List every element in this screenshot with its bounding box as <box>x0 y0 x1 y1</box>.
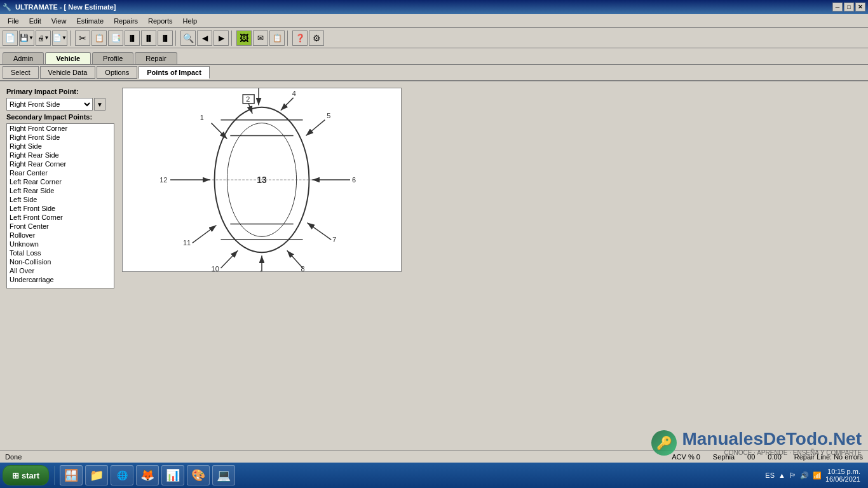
tb-save[interactable]: 🖨▼ <box>36 30 51 46</box>
primary-impact-select[interactable]: Right Front Side Right Front Corner Righ… <box>6 98 93 111</box>
svg-text:9: 9 <box>259 269 263 271</box>
statusbar: Done ACV % 0 Sephia 00 0.00 Repair Line:… <box>0 450 868 463</box>
tb-copy[interactable]: 📋 <box>92 30 107 46</box>
tb-open[interactable]: 💾▼ <box>19 30 34 46</box>
list-item[interactable]: Non-Collision <box>7 257 114 266</box>
subtab-vehicle-data[interactable]: Vehicle Data <box>40 66 96 79</box>
menu-estimate[interactable]: Estimate <box>71 16 109 26</box>
toolbar-separator-2 <box>175 30 178 46</box>
menu-repairs[interactable]: Repairs <box>109 16 143 26</box>
primary-impact-arrow[interactable]: ▼ <box>94 98 105 111</box>
car-diagram-svg[interactable]: 13 1 2 3 4 <box>123 88 401 271</box>
sub-tabs: Select Vehicle Data Options Points of Im… <box>0 65 868 81</box>
primary-impact-label: Primary Impact Point: <box>6 88 114 95</box>
tb-print[interactable]: 📄▼ <box>52 30 67 46</box>
list-item[interactable]: Rear Center <box>7 168 114 177</box>
list-item[interactable]: Undercarriage <box>7 275 114 284</box>
list-item[interactable]: Left Rear Side <box>7 186 114 195</box>
menu-file[interactable]: File <box>3 16 24 26</box>
tb-clip[interactable]: 📋 <box>269 30 285 46</box>
list-item[interactable]: Right Front Corner <box>7 124 114 133</box>
tb-help[interactable]: ❓ <box>292 30 308 46</box>
tb-cut[interactable]: ✂ <box>75 30 90 46</box>
subtab-points-of-impact[interactable]: Points of Impact <box>139 66 210 79</box>
car-diagram-panel[interactable]: 13 1 2 3 4 <box>122 88 402 272</box>
list-item[interactable]: Rollover <box>7 231 114 240</box>
list-item[interactable]: All Over <box>7 266 114 275</box>
status-sephia: Sephia <box>713 453 735 461</box>
tray-flag: 🏳 <box>789 471 796 479</box>
subtab-options[interactable]: Options <box>97 66 137 79</box>
tb-settings[interactable]: ⚙ <box>309 30 324 46</box>
tb-right[interactable]: ▶ <box>214 30 229 46</box>
maximize-button[interactable]: □ <box>844 3 854 11</box>
list-item[interactable]: Right Front Side <box>7 133 114 142</box>
tab-repair[interactable]: Repair <box>135 52 177 64</box>
menubar: File Edit View Estimate Repairs Reports … <box>0 14 868 28</box>
svg-text:1: 1 <box>200 114 204 121</box>
svg-text:6: 6 <box>352 176 356 184</box>
svg-text:5: 5 <box>327 112 330 119</box>
menu-help[interactable]: Help <box>178 16 203 26</box>
list-item[interactable]: Left Side <box>7 195 114 204</box>
app-title: 🔧 ULTRAMATE - [ New Estimate] <box>3 3 116 11</box>
tray-time: 10:15 p.m. <box>825 468 860 475</box>
taskbar-btn-6[interactable]: 🎨 <box>187 465 210 485</box>
tab-profile[interactable]: Profile <box>92 52 133 64</box>
svg-text:7: 7 <box>332 236 336 243</box>
list-item[interactable]: Unknown <box>7 240 114 248</box>
list-item[interactable]: Left Front Corner <box>7 213 114 222</box>
status-acv: ACV % 0 <box>672 453 700 461</box>
tb-left[interactable]: ◀ <box>197 30 212 46</box>
taskbar-btn-4[interactable]: 🦊 <box>136 465 159 485</box>
start-icon: ⊞ <box>12 471 19 480</box>
taskbar-btn-7[interactable]: 💻 <box>212 465 235 485</box>
svg-text:2: 2 <box>246 95 250 103</box>
taskbar-btn-5[interactable]: 📊 <box>161 465 184 485</box>
system-tray: ES ▲ 🏳 🔊 📶 10:15 p.m. 16/06/2021 <box>765 468 865 483</box>
tab-vehicle[interactable]: Vehicle <box>45 52 91 64</box>
taskbar-btn-1[interactable]: 🪟 <box>60 465 83 485</box>
tb-b3[interactable]: ▐▌ <box>158 30 173 46</box>
close-button[interactable]: ✕ <box>855 3 865 11</box>
list-item[interactable]: Right Rear Side <box>7 151 114 159</box>
tb-find[interactable]: 🔍 <box>180 30 196 46</box>
tab-admin[interactable]: Admin <box>3 52 44 64</box>
start-label: start <box>22 471 39 480</box>
subtab-select[interactable]: Select <box>3 66 39 79</box>
svg-text:10: 10 <box>212 265 219 271</box>
taskbar: ⊞ start 🪟 📁 🌐 🦊 📊 🎨 💻 ES ▲ 🏳 🔊 📶 10:15 p… <box>0 463 868 488</box>
tb-b2[interactable]: ▐▌ <box>141 30 156 46</box>
taskbar-btn-2[interactable]: 📁 <box>85 465 108 485</box>
tb-paste[interactable]: 📑 <box>108 30 123 46</box>
list-item[interactable]: Right Side <box>7 142 114 151</box>
toolbar-separator-1 <box>70 30 72 46</box>
tray-network: 📶 <box>813 471 822 480</box>
tray-date: 16/06/2021 <box>825 475 860 483</box>
tb-email[interactable]: ✉ <box>253 30 268 46</box>
svg-text:13: 13 <box>257 175 267 185</box>
minimize-button[interactable]: ─ <box>832 3 843 11</box>
menu-reports[interactable]: Reports <box>143 16 178 26</box>
app-icon: 🔧 <box>3 3 11 11</box>
menu-view[interactable]: View <box>46 16 72 26</box>
secondary-impact-list[interactable]: Right Front Corner Right Front Side Righ… <box>6 123 114 288</box>
tray-speaker: 🔊 <box>800 471 809 480</box>
tray-time-block: 10:15 p.m. 16/06/2021 <box>825 468 860 483</box>
tb-img[interactable]: 🖼 <box>236 30 252 46</box>
status-repair-line: Repair Line: No errors <box>794 453 863 461</box>
tb-new[interactable]: 📄 <box>3 30 18 46</box>
list-item[interactable]: Left Rear Corner <box>7 177 114 186</box>
menu-edit[interactable]: Edit <box>24 16 46 26</box>
tb-b1[interactable]: ▐▌ <box>125 30 140 46</box>
list-item[interactable]: Right Rear Corner <box>7 159 114 168</box>
status-num2: 0.00 <box>768 453 781 461</box>
status-done: Done <box>5 453 22 461</box>
start-button[interactable]: ⊞ start <box>3 465 49 485</box>
title-text: ULTRAMATE - [ New Estimate] <box>15 3 116 11</box>
watermark-brand: ManualesDeTodo.Net <box>682 429 862 449</box>
taskbar-btn-3[interactable]: 🌐 <box>111 465 133 485</box>
list-item[interactable]: Front Center <box>7 222 114 231</box>
list-item[interactable]: Left Front Side <box>7 204 114 213</box>
list-item[interactable]: Total Loss <box>7 248 114 257</box>
